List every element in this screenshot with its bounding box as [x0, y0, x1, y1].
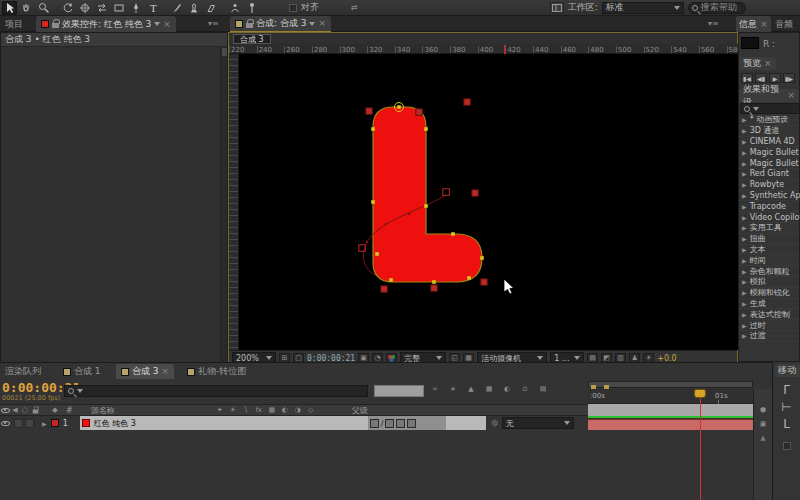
- expand-arrow-icon[interactable]: [742, 160, 747, 167]
- expand-arrow-icon[interactable]: [742, 332, 747, 339]
- pan-behind-tool-icon[interactable]: [94, 1, 109, 15]
- workspace-icon[interactable]: [550, 2, 564, 13]
- frame-blending-icon[interactable]: ▦: [484, 384, 494, 394]
- effects-category-item[interactable]: Magic Bullet Lo: [739, 147, 800, 158]
- timeline-search-input[interactable]: [64, 385, 368, 397]
- shape-tool-icon[interactable]: [111, 1, 126, 15]
- tab-audio[interactable]: 音频: [772, 16, 796, 32]
- layer-duration-bar[interactable]: [588, 419, 753, 430]
- parent-select[interactable]: 无: [502, 417, 574, 429]
- playhead-marker[interactable]: [694, 389, 706, 398]
- expand-arrow-icon[interactable]: [742, 311, 747, 318]
- tab-preview[interactable]: 预览: [739, 57, 776, 70]
- align-middle-icon[interactable]: ⊢: [773, 400, 800, 417]
- time-ruler[interactable]: :00s 01s: [588, 389, 753, 404]
- effects-category-item[interactable]: 杂色和颗粒: [739, 266, 800, 277]
- effects-category-item[interactable]: Trapcode: [739, 201, 800, 212]
- align-option[interactable]: 对齐: [289, 1, 319, 14]
- effects-search-input[interactable]: [740, 103, 800, 114]
- expand-arrow-icon[interactable]: [742, 268, 747, 275]
- layer-visibility-eye-icon[interactable]: [0, 418, 10, 428]
- effects-category-item[interactable]: 模糊和锐化: [739, 288, 800, 299]
- first-frame-button[interactable]: ▮◀: [741, 73, 753, 83]
- brush-tool-icon[interactable]: [169, 1, 184, 15]
- effects-category-item[interactable]: 生成: [739, 299, 800, 310]
- expand-arrow-icon[interactable]: [742, 203, 747, 210]
- tab-info[interactable]: 信息: [736, 16, 771, 32]
- rotation-tool-icon[interactable]: [60, 1, 75, 15]
- tab-comp3-active[interactable]: 合成 3: [116, 364, 174, 379]
- graph-editor-icon[interactable]: ▤: [538, 384, 548, 394]
- close-icon[interactable]: [318, 19, 326, 28]
- live-update-icon[interactable]: ∗: [448, 384, 458, 394]
- effects-category-item[interactable]: 实用工具: [739, 223, 800, 234]
- motion-blur-icon[interactable]: ◐: [502, 384, 512, 394]
- effects-category-item[interactable]: 3D 通道: [739, 126, 800, 137]
- tab-effect-controls[interactable]: 效果控件: 红色 纯色 3: [36, 16, 176, 32]
- tab-composition[interactable]: 合成: 合成 3: [230, 16, 331, 32]
- effects-category-item[interactable]: 时间: [739, 255, 800, 266]
- chevron-down-icon[interactable]: [154, 22, 160, 26]
- close-icon[interactable]: [163, 20, 171, 29]
- comp-marker-shield-icon[interactable]: ⬟: [758, 405, 768, 415]
- roto-brush-tool-icon[interactable]: [227, 1, 242, 15]
- layer-name-cell[interactable]: 红色 纯色 3: [80, 416, 368, 430]
- effects-category-item[interactable]: CINEMA 4D: [739, 137, 800, 148]
- hand-tool-icon[interactable]: [19, 1, 34, 15]
- expand-arrow-icon[interactable]: [742, 192, 747, 199]
- play-button[interactable]: ▶: [769, 73, 781, 83]
- puppet-pin-tool-icon[interactable]: [244, 1, 259, 15]
- layer-expand-arrow-icon[interactable]: [42, 420, 47, 427]
- expand-arrow-icon[interactable]: [742, 257, 747, 264]
- effects-category-item[interactable]: Rowbyte: [739, 180, 800, 191]
- tab-render-queue[interactable]: 渲染队列: [0, 364, 46, 379]
- effects-category-item[interactable]: 过时: [739, 320, 800, 331]
- expand-arrow-icon[interactable]: [742, 127, 747, 134]
- expand-arrow-icon[interactable]: [742, 300, 747, 307]
- type-tool-icon[interactable]: T: [145, 1, 160, 15]
- comp-viewer-tab[interactable]: 合成 3: [233, 34, 271, 44]
- effects-category-item[interactable]: 过渡: [739, 331, 800, 342]
- audio-toggle[interactable]: [14, 419, 23, 428]
- playhead-line[interactable]: [700, 389, 701, 500]
- tab-comp1[interactable]: 合成 1: [58, 364, 106, 379]
- panel-menu-icon[interactable]: [708, 19, 719, 28]
- effects-category-item[interactable]: Red Giant: [739, 169, 800, 180]
- workspace-select[interactable]: 标准: [602, 2, 684, 14]
- scrollbar[interactable]: [220, 47, 227, 364]
- parent-column-header[interactable]: 父级: [352, 405, 368, 416]
- align-bottom-icon[interactable]: L: [773, 417, 800, 434]
- next-frame-button[interactable]: ▮▶: [783, 73, 795, 83]
- expand-arrow-icon[interactable]: [742, 278, 747, 285]
- solo-toggle[interactable]: [25, 419, 34, 428]
- close-icon[interactable]: [787, 91, 795, 100]
- effects-category-item[interactable]: Video Copilot: [739, 212, 800, 223]
- effects-category-item[interactable]: 表达式控制: [739, 309, 800, 320]
- align-checkbox[interactable]: [289, 4, 297, 12]
- align-top-icon[interactable]: Γ: [773, 383, 800, 400]
- comp-button-icon[interactable]: ▣: [758, 419, 768, 429]
- brainstorm-icon[interactable]: ⊙: [520, 384, 530, 394]
- zoom-tool-icon[interactable]: [36, 1, 51, 15]
- selection-tool-icon[interactable]: [2, 1, 17, 15]
- clone-stamp-tool-icon[interactable]: [186, 1, 201, 15]
- close-icon[interactable]: [764, 59, 772, 68]
- scroll-up-icon[interactable]: ▲: [758, 433, 768, 443]
- expand-arrow-icon[interactable]: [742, 235, 747, 242]
- tab-gift[interactable]: 礼物-转位图: [182, 364, 251, 379]
- effects-category-item[interactable]: 模拟: [739, 277, 800, 288]
- eraser-tool-icon[interactable]: [203, 1, 218, 15]
- source-name-header[interactable]: 源名称: [91, 405, 115, 416]
- expand-arrow-icon[interactable]: [742, 214, 747, 221]
- collapse-toolbar-icon[interactable]: ⇄: [351, 3, 358, 12]
- panel-menu-icon[interactable]: [208, 19, 219, 28]
- expand-arrow-icon[interactable]: [742, 116, 747, 123]
- layer-label-swatch[interactable]: [51, 419, 59, 427]
- effects-category-item[interactable]: Magic Bullet Mi: [739, 158, 800, 169]
- mini-flowchart-icon[interactable]: ∞: [430, 384, 440, 394]
- effects-category-item[interactable]: * 动画预设: [739, 115, 800, 126]
- work-area-bar[interactable]: [588, 381, 753, 388]
- effects-category-item[interactable]: Synthetic Apert: [739, 191, 800, 202]
- previous-frame-button[interactable]: ◀▮: [755, 73, 767, 83]
- move-panel-checkbox[interactable]: [783, 442, 791, 450]
